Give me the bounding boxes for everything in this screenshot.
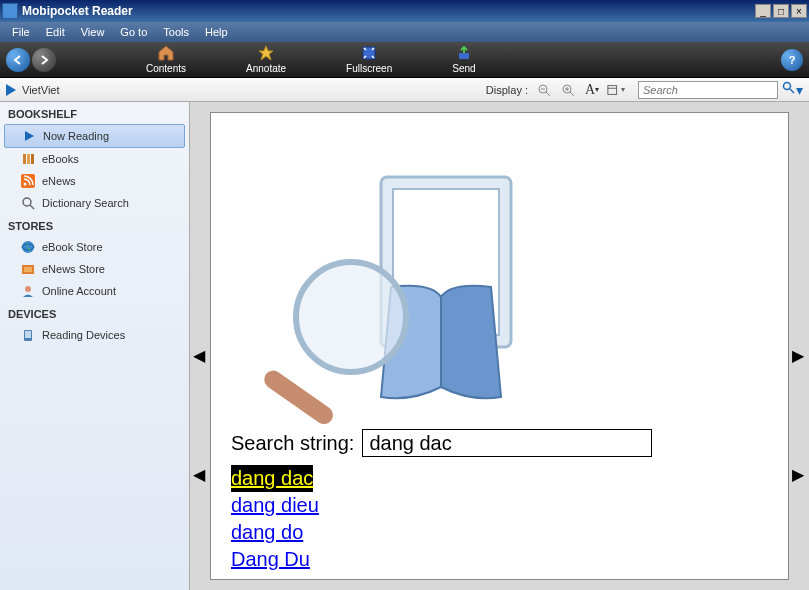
sidebar-item-label: eNews Store xyxy=(42,263,105,275)
page-content: Search string: dang dac dang dieu dang d… xyxy=(210,112,789,580)
result-link[interactable]: dang do xyxy=(231,519,303,546)
book-title: VietViet xyxy=(22,84,60,96)
svg-rect-15 xyxy=(31,154,34,164)
svg-point-11 xyxy=(784,83,791,90)
svg-rect-1 xyxy=(459,53,469,59)
toolbar-annotate-label: Annotate xyxy=(246,63,286,74)
globe-icon xyxy=(20,239,36,255)
sidebar: BOOKSHELF Now Reading eBooks eNews Dicti… xyxy=(0,102,190,590)
sidebar-item-reading-devices[interactable]: Reading Devices xyxy=(0,324,189,346)
sidebar-item-label: Online Account xyxy=(42,285,116,297)
svg-rect-23 xyxy=(24,267,32,272)
sidebar-section-bookshelf: BOOKSHELF xyxy=(0,102,189,124)
arrow-left-icon xyxy=(12,54,24,66)
layout-icon xyxy=(607,84,621,96)
help-button[interactable]: ? xyxy=(781,49,803,71)
search-input[interactable] xyxy=(638,81,778,99)
result-link[interactable]: Dang Dung xyxy=(231,573,332,580)
results-list: dang dac dang dieu dang do Dang Du Dang … xyxy=(231,465,768,580)
search-arrow-icon xyxy=(782,81,796,95)
sidebar-item-label: eBook Store xyxy=(42,241,103,253)
svg-line-3 xyxy=(546,92,550,96)
window-title: Mobipocket Reader xyxy=(22,4,753,18)
sidebar-item-label: Reading Devices xyxy=(42,329,125,341)
menu-file[interactable]: File xyxy=(4,24,38,40)
sidebar-section-devices: DEVICES xyxy=(0,302,189,324)
svg-line-6 xyxy=(570,92,574,96)
forward-button[interactable] xyxy=(32,48,56,72)
sidebar-item-ebooks[interactable]: eBooks xyxy=(0,148,189,170)
arrow-right-icon xyxy=(38,54,50,66)
svg-line-19 xyxy=(30,205,34,209)
sidebar-item-now-reading[interactable]: Now Reading xyxy=(4,124,185,148)
sidebar-item-ebook-store[interactable]: eBook Store xyxy=(0,236,189,258)
device-icon xyxy=(20,327,36,343)
star-icon xyxy=(256,45,276,61)
sidebar-item-label: Dictionary Search xyxy=(42,197,129,209)
menu-tools[interactable]: Tools xyxy=(155,24,197,40)
home-icon xyxy=(156,45,176,61)
toolbar-fullscreen[interactable]: Fullscreen xyxy=(346,45,392,74)
sidebar-item-label: eBooks xyxy=(42,153,79,165)
svg-rect-9 xyxy=(608,85,617,94)
menu-view[interactable]: View xyxy=(73,24,113,40)
background-illustration xyxy=(241,147,561,447)
result-link[interactable]: dang dieu xyxy=(231,492,319,519)
search-string-label: Search string: xyxy=(231,432,354,455)
close-button[interactable]: × xyxy=(791,4,807,18)
minimize-button[interactable]: _ xyxy=(755,4,771,18)
svg-rect-13 xyxy=(23,154,26,164)
menu-edit[interactable]: Edit xyxy=(38,24,73,40)
maximize-button[interactable]: □ xyxy=(773,4,789,18)
result-link[interactable]: Dang Du xyxy=(231,546,310,573)
sidebar-item-online-account[interactable]: Online Account xyxy=(0,280,189,302)
svg-rect-30 xyxy=(261,367,337,428)
display-label: Display : xyxy=(486,84,528,96)
play-icon[interactable] xyxy=(6,84,16,96)
svg-line-12 xyxy=(790,89,794,93)
sidebar-item-label: Now Reading xyxy=(43,130,109,142)
news-store-icon xyxy=(20,261,36,277)
svg-rect-14 xyxy=(27,154,30,164)
page-next-button[interactable]: ▶ xyxy=(792,346,806,365)
toolbar: Contents Annotate Fullscreen Send ? xyxy=(0,42,809,78)
toolbar-contents-label: Contents xyxy=(146,63,186,74)
svg-point-29 xyxy=(296,262,406,372)
svg-point-17 xyxy=(24,183,27,186)
content-area: ◀ ◀ ▶ ▶ Search string: dang dac dang di xyxy=(190,102,809,590)
sidebar-section-stores: STORES xyxy=(0,214,189,236)
toolbar-send[interactable]: Send xyxy=(452,45,475,74)
toolbar-send-label: Send xyxy=(452,63,475,74)
search-go-button[interactable]: ▾ xyxy=(782,81,803,98)
layout-button[interactable]: ▾ xyxy=(607,81,625,99)
play-icon xyxy=(21,128,37,144)
search-string-input[interactable] xyxy=(362,429,652,457)
font-size-button[interactable]: A▾ xyxy=(583,81,601,99)
result-link[interactable]: dang dac xyxy=(231,465,313,492)
menu-goto[interactable]: Go to xyxy=(112,24,155,40)
page-prev-button-2[interactable]: ◀ xyxy=(193,465,207,484)
zoom-in-icon xyxy=(561,83,575,97)
svg-rect-26 xyxy=(25,331,31,338)
sidebar-item-label: eNews xyxy=(42,175,76,187)
sidebar-item-enews-store[interactable]: eNews Store xyxy=(0,258,189,280)
sidebar-item-enews[interactable]: eNews xyxy=(0,170,189,192)
toolbar-annotate[interactable]: Annotate xyxy=(246,45,286,74)
menu-help[interactable]: Help xyxy=(197,24,236,40)
svg-point-24 xyxy=(25,286,31,292)
sidebar-item-dictionary[interactable]: Dictionary Search xyxy=(0,192,189,214)
zoom-out-button[interactable] xyxy=(535,81,553,99)
menubar: File Edit View Go to Tools Help xyxy=(0,22,809,42)
svg-point-18 xyxy=(23,198,31,206)
font-letter: A xyxy=(585,82,595,98)
page-prev-button[interactable]: ◀ xyxy=(193,346,207,365)
back-button[interactable] xyxy=(6,48,30,72)
account-icon xyxy=(20,283,36,299)
displaybar: VietViet Display : A▾ ▾ ▾ xyxy=(0,78,809,102)
zoom-out-icon xyxy=(537,83,551,97)
zoom-in-button[interactable] xyxy=(559,81,577,99)
page-next-button-2[interactable]: ▶ xyxy=(792,465,806,484)
books-icon xyxy=(20,151,36,167)
toolbar-contents[interactable]: Contents xyxy=(146,45,186,74)
search-icon xyxy=(20,195,36,211)
